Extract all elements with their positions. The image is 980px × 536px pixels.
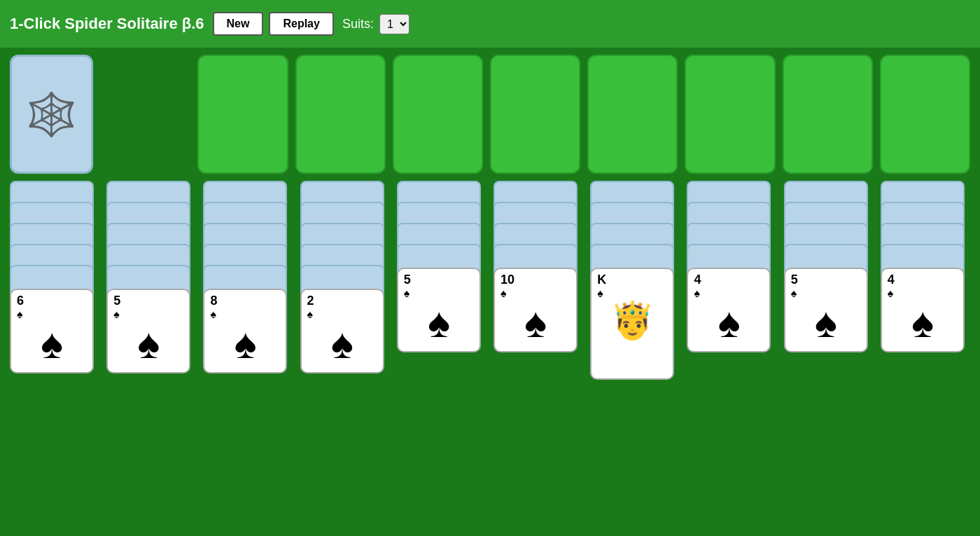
column-1: 6♠♠ [10,181,99,373]
faceup-card[interactable]: 5♠♠ [106,289,190,373]
completed-pile-8 [880,55,970,174]
card-suit: ♠ [791,287,797,300]
card-rank: 8 [210,294,217,308]
suits-select[interactable]: 1 2 4 [379,14,410,34]
card-rank: 4 [888,273,895,287]
card-rank: K [597,273,606,287]
suits-label: Suits: [342,17,374,32]
card-center-symbol: ♠ [331,323,354,365]
faceup-card[interactable]: 8♠♠ [203,289,287,373]
card-center-symbol: ♠ [718,302,740,344]
card-suit: ♠ [500,287,507,300]
faceup-card[interactable]: K♠🤴 [590,268,674,380]
card-center-symbol: ♠ [428,302,450,344]
card-rank: 2 [307,294,314,308]
new-button[interactable]: New [213,12,264,36]
card-rank: 5 [113,294,120,308]
faceup-card[interactable]: 4♠♠ [881,268,965,352]
card-rank: 5 [791,273,798,287]
card-suit: ♠ [210,308,216,321]
completed-pile-3 [393,55,483,174]
card-rank: 10 [500,273,514,287]
card-center-symbol: ♠ [41,323,63,365]
completed-pile-1 [197,55,288,174]
faceup-card[interactable]: 10♠♠ [493,268,578,352]
card-center-symbol: ♠ [815,302,837,344]
faceup-card[interactable]: 6♠♠ [10,289,94,373]
column-9: 5♠♠ [784,181,874,352]
completed-pile-7 [783,55,873,174]
card-center-symbol: ♠ [137,323,160,365]
card-suit: ♠ [694,287,700,300]
card-suit: ♠ [597,287,603,300]
completed-pile-5 [587,55,678,174]
card-suit: ♠ [113,308,120,321]
columns-row: 6♠♠5♠♠8♠♠2♠♠5♠♠10♠♠K♠🤴4♠♠5♠♠4♠♠ [10,181,970,380]
game-area: 🕸️ 6♠♠5♠♠8♠♠2♠♠5♠♠10♠♠K♠🤴4♠♠5♠♠4♠♠ [0,48,980,387]
header: 1-Click Spider Solitaire β.6 New Replay … [0,0,980,48]
column-4: 2♠♠ [300,181,390,373]
completed-pile-6 [685,55,775,174]
replay-button[interactable]: Replay [269,12,333,36]
column-5: 5♠♠ [397,181,486,352]
faceup-card[interactable]: 2♠♠ [300,289,384,373]
card-suit: ♠ [404,287,410,300]
completed-pile-4 [490,55,580,174]
card-rank: 4 [694,273,701,287]
game-title: 1-Click Spider Solitaire β.6 [10,15,204,33]
card-rank: 6 [17,294,24,308]
top-row: 🕸️ [10,55,970,174]
column-10: 4♠♠ [881,181,970,352]
faceup-card[interactable]: 5♠♠ [784,268,868,352]
stock-icon: 🕸️ [25,90,78,139]
faceup-card[interactable]: 4♠♠ [687,268,771,352]
completed-pile-2 [295,55,386,174]
card-suit: ♠ [17,308,23,321]
column-3: 8♠♠ [203,181,293,373]
column-2: 5♠♠ [106,181,196,373]
card-suit: ♠ [888,287,894,300]
card-center-symbol: ♠ [911,302,934,344]
card-rank: 5 [404,273,411,287]
column-8: 4♠♠ [687,181,776,352]
stock-pile[interactable]: 🕸️ [10,55,93,174]
card-center-symbol: ♠ [524,302,547,344]
faceup-card[interactable]: 5♠♠ [397,268,481,352]
column-6: 10♠♠ [493,181,583,352]
card-center-symbol: 🤴 [610,302,655,338]
column-7: K♠🤴 [590,181,680,380]
card-suit: ♠ [307,308,314,321]
card-center-symbol: ♠ [234,323,256,365]
